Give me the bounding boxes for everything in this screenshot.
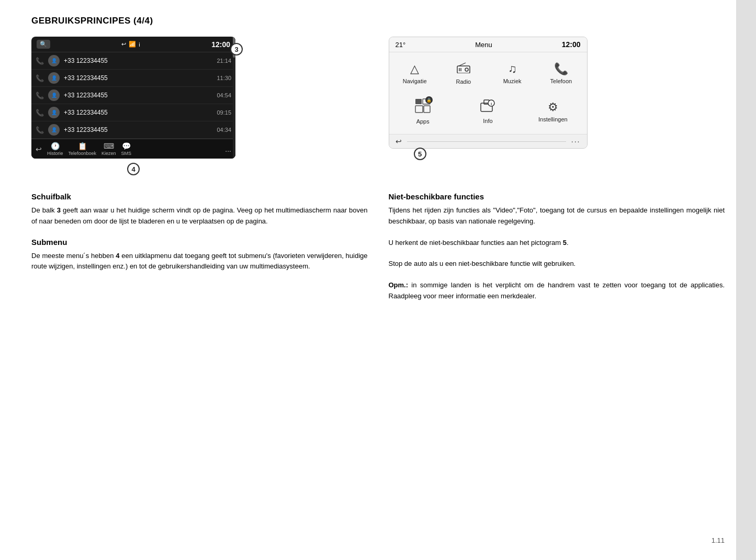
- menu-item-info[interactable]: i Info: [457, 94, 519, 129]
- menu-item-telefoon[interactable]: 📞 Telefoon: [538, 58, 584, 89]
- phone-screen: 🔍 ↩ 📶 i 12:00 📞 👤 +33 12233: [31, 37, 235, 159]
- menu-item-instellingen[interactable]: ⚙ Instellingen: [522, 94, 584, 129]
- signal-icon: 📶: [129, 41, 136, 48]
- niet-beschikbare-text-3: Stop de auto als u een niet-beschikbare …: [389, 259, 725, 270]
- call-number-1: +33 122334455: [64, 57, 212, 64]
- call-row-5[interactable]: 📞 👤 +33 122334455 04:34: [31, 121, 235, 139]
- apps-icon: 🔒: [415, 98, 431, 116]
- content-area: 🔍 ↩ 📶 i 12:00 📞 👤 +33 12233: [31, 37, 725, 166]
- menu-grid-row2: 🔒 Apps i: [389, 92, 587, 134]
- svg-rect-5: [415, 99, 422, 104]
- lock-overlay: 🔒: [425, 96, 433, 104]
- call-time-2: 11:30: [217, 75, 231, 81]
- call-row-2[interactable]: 📞 👤 +33 122334455 11:30: [31, 70, 235, 87]
- telefoonboek-icon: 📋: [78, 142, 87, 150]
- menu-more-button[interactable]: ···: [571, 137, 581, 145]
- sms-button[interactable]: 💬 SMS: [121, 142, 132, 156]
- call-time-5: 04:34: [217, 127, 231, 133]
- missed-call-icon-4: 📞: [36, 109, 44, 117]
- left-section: 🔍 ↩ 📶 i 12:00 📞 👤 +33 12233: [31, 37, 368, 166]
- telefoon-label: Telefoon: [550, 78, 572, 84]
- menu-screen: 21° Menu 12:00 △ Navigatie: [389, 37, 588, 149]
- avatar-4: 👤: [48, 107, 60, 118]
- footer-divider: [407, 141, 566, 142]
- phone-footer: ↩ 🕐 Historie 📋 Telefoonboek ⌨ Kiezen: [31, 139, 235, 159]
- sms-label: SMS: [121, 151, 132, 156]
- left-screen-time: 12:00: [211, 40, 230, 49]
- call-row-4[interactable]: 📞 👤 +33 122334455 09:15: [31, 104, 235, 121]
- call-row-1[interactable]: 📞 👤 +33 122334455 21:14: [31, 52, 235, 70]
- call-icon-status: ↩: [121, 41, 126, 48]
- svg-text:i: i: [491, 102, 492, 106]
- sms-icon: 💬: [122, 142, 131, 150]
- info-icon: i: [480, 99, 495, 116]
- call-number-2: +33 122334455: [64, 74, 212, 82]
- sections-area: Schuifbalk De balk 3 geeft aan waar u he…: [31, 192, 725, 312]
- telefoon-icon: 📞: [554, 62, 568, 76]
- svg-rect-8: [424, 106, 430, 113]
- section-left: Schuifbalk De balk 3 geeft aan waar u he…: [31, 192, 368, 312]
- phone-screen-wrapper: 🔍 ↩ 📶 i 12:00 📞 👤 +33 12233: [31, 37, 235, 164]
- menu-header: 21° Menu 12:00: [389, 37, 587, 52]
- menu-screen-wrapper: 21° Menu 12:00 △ Navigatie: [389, 37, 588, 149]
- avatar-2: 👤: [48, 72, 60, 84]
- radio-label: Radio: [456, 79, 471, 85]
- badge-3-wrapper: 3: [230, 43, 243, 55]
- avatar-3: 👤: [48, 89, 60, 101]
- bold-3: 3: [57, 206, 61, 214]
- call-time-3: 04:54: [217, 92, 231, 98]
- avatar-1: 👤: [48, 55, 60, 66]
- navigatie-icon: △: [410, 62, 419, 76]
- call-row-3[interactable]: 📞 👤 +33 122334455 04:54: [31, 87, 235, 104]
- historie-icon: 🕐: [51, 142, 60, 150]
- bold-4: 4: [116, 252, 119, 260]
- niet-beschikbare-text-2: U herkent de niet-beschikbaar functies a…: [389, 238, 725, 249]
- call-list: 📞 👤 +33 122334455 21:14 📞 👤 +33 12233445…: [31, 52, 235, 139]
- call-number-5: +33 122334455: [64, 126, 212, 133]
- badge-4-wrapper: 4: [127, 163, 140, 175]
- menu-time: 12:00: [562, 40, 581, 49]
- badge-5: 5: [414, 148, 426, 160]
- telefoonboek-label: Telefoonboek: [69, 151, 97, 156]
- telefoonboek-button[interactable]: 📋 Telefoonboek: [69, 142, 97, 156]
- right-section: 21° Menu 12:00 △ Navigatie: [389, 37, 725, 166]
- search-icon[interactable]: 🔍: [37, 40, 50, 49]
- page-title: GEBRUIKSPRINCIPES (4/4): [31, 16, 725, 26]
- muziek-icon: ♫: [508, 62, 517, 76]
- kiezen-button[interactable]: ⌨ Kiezen: [101, 142, 116, 156]
- page: GEBRUIKSPRINCIPES (4/4) 🔍 ↩ 📶 i 12:00: [0, 0, 756, 328]
- menu-item-radio[interactable]: Radio: [441, 58, 487, 89]
- svg-line-4: [459, 63, 466, 66]
- niet-beschikbare-title: Niet-beschikbare functies: [389, 192, 725, 201]
- muziek-label: Muziek: [503, 78, 522, 84]
- badge-3: 3: [230, 43, 243, 55]
- info-status-icon: i: [139, 41, 140, 48]
- temperature-display: 21°: [396, 41, 406, 49]
- missed-call-icon-2: 📞: [36, 74, 44, 82]
- menu-item-muziek[interactable]: ♫ Muziek: [489, 58, 535, 89]
- svg-point-1: [465, 68, 468, 71]
- niet-beschikbare-text-4: Opm.: in sommige landen is het verplicht…: [389, 280, 725, 302]
- schuifbalk-title: Schuifbalk: [31, 192, 368, 201]
- missed-call-icon-1: 📞: [36, 57, 44, 65]
- menu-back-button[interactable]: ↩: [396, 137, 402, 145]
- info-label: Info: [483, 118, 492, 124]
- apps-label: Apps: [416, 118, 430, 125]
- more-button-left[interactable]: ...: [225, 145, 231, 153]
- phone-header: 🔍 ↩ 📶 i 12:00: [31, 37, 235, 52]
- bold-5: 5: [563, 239, 567, 247]
- back-button[interactable]: ↩: [36, 145, 42, 153]
- historie-button[interactable]: 🕐 Historie: [47, 142, 63, 156]
- call-time-4: 09:15: [217, 109, 231, 116]
- kiezen-icon: ⌨: [104, 142, 114, 150]
- svg-rect-7: [415, 106, 423, 113]
- avatar-5: 👤: [48, 124, 60, 136]
- call-number-3: +33 122334455: [64, 92, 212, 99]
- submenu-text: De meeste menu´s hebben 4 een uitklapmen…: [31, 251, 368, 273]
- submenu-title: Submenu: [31, 238, 368, 247]
- kiezen-label: Kiezen: [101, 151, 116, 156]
- niet-beschikbare-text-1: Tijdens het rijden zijn functies als "Vi…: [389, 205, 725, 227]
- menu-item-navigatie[interactable]: △ Navigatie: [392, 58, 438, 89]
- menu-item-apps[interactable]: 🔒 Apps: [392, 94, 454, 129]
- schuifbalk-text: De balk 3 geeft aan waar u het huidige s…: [31, 205, 368, 227]
